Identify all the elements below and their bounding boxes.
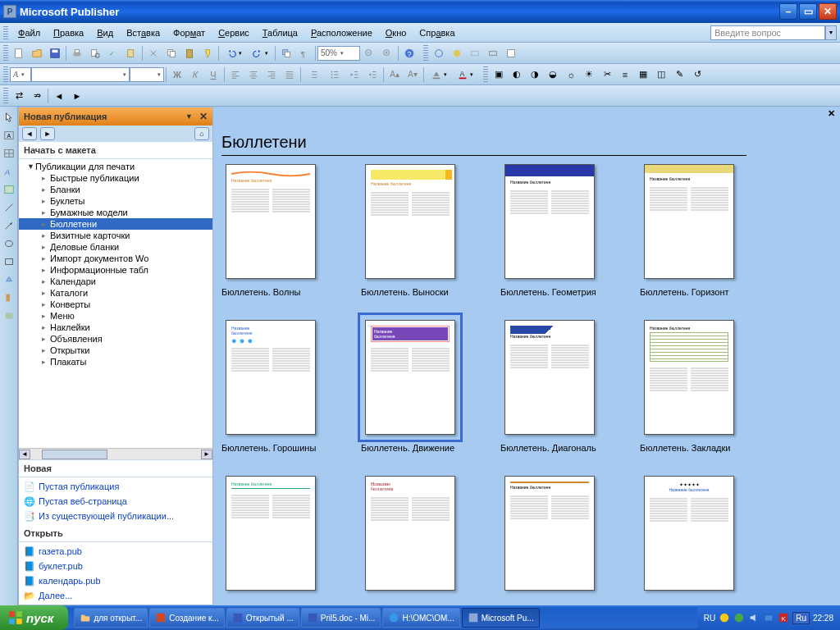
pic-format-button[interactable]: ◫: [653, 66, 669, 83]
canvas-close-button[interactable]: ✕: [828, 108, 835, 119]
template-cell[interactable]: Название бюллетеняБюллетень. Диагональ: [500, 320, 599, 453]
tree-item[interactable]: ▸Календари: [19, 276, 212, 287]
pic-wrap-button[interactable]: ▦: [635, 66, 651, 83]
taskbar-button[interactable]: H:\OMC\OM...: [382, 608, 459, 628]
template-cell[interactable]: Название бюллетеня: [500, 476, 599, 591]
menu-format[interactable]: Формат: [167, 26, 212, 39]
tray-icon[interactable]: [719, 612, 730, 623]
tree-scrollbar[interactable]: ◄►: [19, 448, 212, 459]
lang-indicator[interactable]: RU: [704, 614, 715, 623]
hyperlink-button[interactable]: [431, 45, 447, 62]
tree-item[interactable]: ▸Наклейки: [19, 322, 212, 333]
tree-item[interactable]: ▸Меню: [19, 310, 212, 322]
menu-table[interactable]: Таблица: [256, 26, 304, 39]
menu-arrange[interactable]: Расположение: [304, 26, 379, 39]
tray-sound-icon[interactable]: [748, 612, 760, 623]
tree-item[interactable]: ▸Открытки: [19, 345, 212, 356]
arrow-tool[interactable]: [2, 218, 16, 233]
menu-window[interactable]: Окно: [379, 26, 413, 39]
tree-item[interactable]: ▸Импорт документов Wo: [19, 253, 212, 264]
undo-button[interactable]: ▾: [221, 45, 246, 62]
tree-item[interactable]: ▸Бумажные модели: [19, 207, 212, 218]
font-color-button[interactable]: A▾: [453, 66, 477, 83]
research-button[interactable]: [123, 45, 139, 62]
hotspot-button[interactable]: [467, 45, 483, 62]
tree-item[interactable]: ▸Информационные табл: [19, 264, 212, 276]
fill-color-button[interactable]: ▾: [427, 66, 451, 83]
pic-transparent-button[interactable]: ✎: [671, 66, 687, 83]
tree-item[interactable]: ▸Бланки: [19, 184, 212, 195]
design-gallery-tool[interactable]: [2, 308, 16, 323]
template-cell[interactable]: Название бюллетеня: [221, 476, 320, 591]
style-combo[interactable]: A▾: [10, 67, 31, 82]
align-right-button[interactable]: [263, 66, 280, 83]
format-painter-button[interactable]: [199, 45, 216, 62]
pic-insert-button[interactable]: ▣: [491, 66, 507, 83]
tree-item[interactable]: ▸Быстрые публикации: [19, 172, 212, 184]
template-cell[interactable]: Названиебюллетеня: [361, 476, 459, 591]
template-cell[interactable]: Название бюллетеняБюллетень. Волны: [221, 164, 320, 297]
pic-bright-down-button[interactable]: ☀: [581, 66, 597, 83]
maximize-button[interactable]: ▭: [799, 3, 817, 20]
form-control-button[interactable]: [485, 45, 501, 62]
align-left-button[interactable]: [227, 66, 244, 83]
recent-file[interactable]: 📘газета.pub: [24, 544, 208, 559]
template-cell[interactable]: ✦✦✦✦✦Название бюллетеня: [640, 476, 738, 591]
bring-forward-button[interactable]: [278, 45, 294, 62]
pic-line-button[interactable]: ≡: [617, 66, 633, 83]
frame-link-button[interactable]: ⇄: [11, 88, 27, 104]
italic-button[interactable]: К: [187, 66, 203, 83]
frame-next-button[interactable]: ►: [69, 88, 85, 104]
task-pane-dropdown[interactable]: ▼: [185, 112, 193, 121]
taskbar-button[interactable]: Microsoft Pu...: [462, 608, 540, 628]
copy-button[interactable]: [163, 45, 180, 62]
print-preview-button[interactable]: [87, 45, 103, 62]
pointer-tool[interactable]: [2, 110, 16, 125]
help-search-dropdown[interactable]: ▾: [825, 25, 837, 40]
new-button[interactable]: [11, 45, 27, 62]
new-blank-pub[interactable]: 📄Пустая публикация: [24, 479, 208, 494]
frame-unlink-button[interactable]: ⇏: [29, 88, 45, 104]
bookmarks-tool[interactable]: [2, 290, 16, 305]
tree-item[interactable]: ▸Бюллетени: [19, 218, 212, 230]
open-button[interactable]: [29, 45, 45, 62]
toolbar-grip[interactable]: [3, 66, 8, 83]
tree-item[interactable]: ▸Конверты: [19, 299, 212, 310]
line-tool[interactable]: [2, 200, 16, 215]
pic-color-button[interactable]: ◐: [509, 66, 525, 83]
spellcheck-button[interactable]: ✓: [105, 45, 121, 62]
autoshape-tool[interactable]: [2, 272, 16, 287]
rectangle-tool[interactable]: [2, 254, 16, 269]
tree-item[interactable]: ▸Объявления: [19, 333, 212, 345]
oval-tool[interactable]: [2, 236, 16, 251]
taskbar-button[interactable]: Pril5.doc - Mi...: [301, 608, 381, 628]
menu-help[interactable]: Справка: [413, 26, 461, 39]
close-button[interactable]: ✕: [819, 3, 837, 20]
html-fragment-button[interactable]: [503, 45, 519, 62]
taskbar-button[interactable]: для открыт...: [74, 608, 148, 628]
minimize-button[interactable]: –: [779, 3, 797, 20]
redo-button[interactable]: ▾: [248, 45, 272, 62]
nav-forward-button[interactable]: ►: [40, 127, 55, 140]
toolbar-grip[interactable]: [423, 45, 428, 62]
table-tool[interactable]: [2, 146, 16, 161]
nav-home-button[interactable]: ⌂: [194, 127, 209, 140]
pic-contrast-up-button[interactable]: ◑: [527, 66, 543, 83]
pic-crop-button[interactable]: ✂: [599, 66, 615, 83]
task-pane-close[interactable]: ✕: [199, 111, 208, 122]
tree-item[interactable]: ▸Деловые бланки: [19, 241, 212, 253]
tree-item[interactable]: ▸Каталоги: [19, 287, 212, 299]
menu-view[interactable]: Вид: [90, 26, 120, 39]
toolbar-grip[interactable]: [3, 26, 8, 39]
start-button[interactable]: пуск: [0, 605, 68, 630]
pic-reset-button[interactable]: ↺: [689, 66, 705, 83]
special-chars-button[interactable]: ¶: [296, 45, 313, 62]
wordart-tool[interactable]: A: [2, 164, 16, 179]
save-button[interactable]: [47, 45, 63, 62]
taskbar-button[interactable]: Открытый ...: [226, 608, 299, 628]
tree-root[interactable]: ▼Публикации для печати: [19, 161, 212, 172]
help-search-input[interactable]: Введите вопрос: [710, 25, 825, 40]
pic-contrast-down-button[interactable]: ◒: [545, 66, 561, 83]
bold-button[interactable]: Ж: [169, 66, 185, 83]
cut-button[interactable]: [145, 45, 162, 62]
